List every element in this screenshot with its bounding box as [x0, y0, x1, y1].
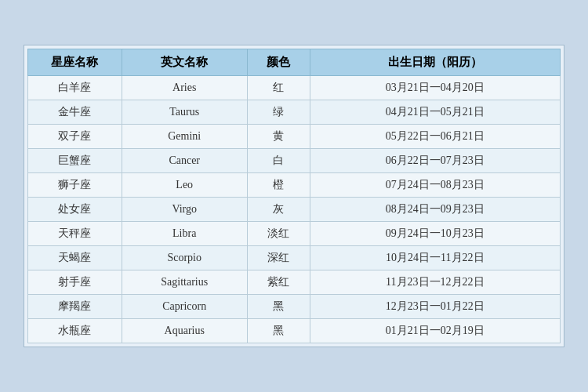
cell-date: 01月21日一02月19日 [310, 319, 560, 343]
cell-color: 紫红 [247, 270, 310, 295]
table-row: 双子座Gemini黄05月22日一06月21日 [28, 125, 561, 149]
header-en-name: 英文名称 [122, 49, 247, 76]
cell-en-name: Leo [122, 173, 247, 198]
cell-zh-name: 天蝎座 [28, 246, 122, 270]
cell-color: 黑 [247, 295, 310, 319]
table-row: 天秤座Libra淡红09月24日一10月23日 [28, 222, 561, 246]
cell-en-name: Virgo [122, 198, 247, 222]
table-row: 狮子座Leo橙07月24日一08月23日 [28, 173, 561, 198]
cell-date: 03月21日一04月20日 [310, 76, 560, 100]
zodiac-table: 星座名称 英文名称 颜色 出生日期（阳历） 白羊座Aries红03月21日一04… [27, 49, 561, 343]
cell-date: 07月24日一08月23日 [310, 173, 560, 198]
cell-color: 深红 [247, 246, 310, 270]
cell-color: 黄 [247, 125, 310, 149]
cell-zh-name: 处女座 [28, 198, 122, 222]
header-color: 颜色 [247, 49, 310, 76]
cell-en-name: Capricorn [122, 295, 247, 319]
table-row: 水瓶座Aquarius黑01月21日一02月19日 [28, 319, 561, 343]
cell-en-name: Aquarius [122, 319, 247, 343]
table-header-row: 星座名称 英文名称 颜色 出生日期（阳历） [28, 49, 561, 76]
cell-date: 08月24日一09月23日 [310, 198, 560, 222]
cell-color: 黑 [247, 319, 310, 343]
cell-date: 06月22日一07月23日 [310, 149, 560, 173]
cell-date: 10月24日一11月22日 [310, 246, 560, 270]
cell-zh-name: 狮子座 [28, 173, 122, 198]
cell-zh-name: 双子座 [28, 125, 122, 149]
cell-zh-name: 金牛座 [28, 100, 122, 125]
cell-en-name: Cancer [122, 149, 247, 173]
cell-zh-name: 射手座 [28, 270, 122, 295]
cell-color: 绿 [247, 100, 310, 125]
cell-date: 11月23日一12月22日 [310, 270, 560, 295]
table-row: 巨蟹座Cancer白06月22日一07月23日 [28, 149, 561, 173]
cell-en-name: Scorpio [122, 246, 247, 270]
cell-zh-name: 巨蟹座 [28, 149, 122, 173]
zodiac-table-wrapper: 星座名称 英文名称 颜色 出生日期（阳历） 白羊座Aries红03月21日一04… [24, 45, 564, 347]
table-row: 射手座Sagittarius紫红11月23日一12月22日 [28, 270, 561, 295]
header-date: 出生日期（阳历） [310, 49, 560, 76]
cell-en-name: Libra [122, 222, 247, 246]
table-row: 摩羯座Capricorn黑12月23日一01月22日 [28, 295, 561, 319]
cell-en-name: Taurus [122, 100, 247, 125]
cell-date: 12月23日一01月22日 [310, 295, 560, 319]
cell-date: 04月21日一05月21日 [310, 100, 560, 125]
cell-color: 灰 [247, 198, 310, 222]
table-row: 处女座Virgo灰08月24日一09月23日 [28, 198, 561, 222]
cell-zh-name: 摩羯座 [28, 295, 122, 319]
cell-date: 09月24日一10月23日 [310, 222, 560, 246]
cell-en-name: Aries [122, 76, 247, 100]
cell-zh-name: 天秤座 [28, 222, 122, 246]
cell-en-name: Sagittarius [122, 270, 247, 295]
table-row: 天蝎座Scorpio深红10月24日一11月22日 [28, 246, 561, 270]
table-row: 白羊座Aries红03月21日一04月20日 [28, 76, 561, 100]
cell-color: 白 [247, 149, 310, 173]
header-zh-name: 星座名称 [28, 49, 122, 76]
cell-zh-name: 水瓶座 [28, 319, 122, 343]
cell-color: 红 [247, 76, 310, 100]
cell-color: 橙 [247, 173, 310, 198]
cell-date: 05月22日一06月21日 [310, 125, 560, 149]
cell-color: 淡红 [247, 222, 310, 246]
cell-en-name: Gemini [122, 125, 247, 149]
cell-zh-name: 白羊座 [28, 76, 122, 100]
table-row: 金牛座Taurus绿04月21日一05月21日 [28, 100, 561, 125]
